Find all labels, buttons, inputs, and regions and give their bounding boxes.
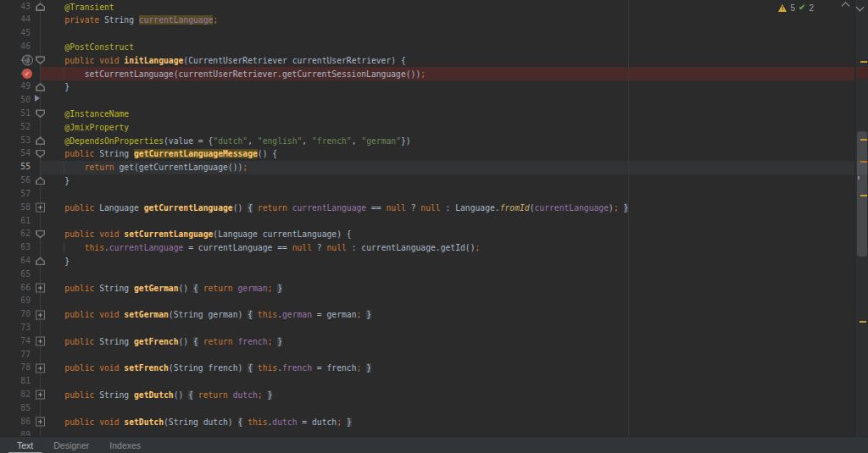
line-number[interactable]: 63: [0, 242, 31, 251]
line-number[interactable]: 65: [0, 269, 31, 279]
folded-region-icon[interactable]: [36, 310, 45, 319]
inspections-widget[interactable]: 5 ✔ 2: [778, 3, 814, 13]
line-number[interactable]: 58: [0, 202, 31, 212]
code-line-54[interactable]: 54 public String getCurrentLanguageMessa…: [0, 147, 868, 161]
line-number[interactable]: 77: [0, 350, 31, 359]
tab-text[interactable]: Text: [7, 437, 43, 453]
code-line-65[interactable]: 65: [0, 268, 868, 281]
code-line-73[interactable]: 73: [0, 322, 868, 335]
line-number[interactable]: 86: [0, 417, 31, 426]
line-number[interactable]: 44: [0, 14, 31, 24]
code-line-51[interactable]: 51 @InstanceName: [0, 108, 868, 121]
code-line-74[interactable]: 74 public String getFrench() { return fr…: [0, 334, 868, 348]
code-line-45[interactable]: 45: [0, 27, 868, 41]
line-number[interactable]: 64: [0, 256, 31, 265]
code-line-53[interactable]: 53 @DependsOnProperties(value = {"dutch"…: [0, 134, 868, 147]
error-stripe-scrollbar[interactable]: [854, 0, 868, 436]
code-line-78[interactable]: 78 public void setFrench(String french) …: [0, 362, 868, 375]
line-number[interactable]: 43: [0, 2, 31, 11]
code-line-58[interactable]: 58 public Language getCurrentLanguage() …: [0, 201, 868, 214]
tab-designer[interactable]: Designer: [43, 437, 99, 453]
line-number[interactable]: 49: [0, 81, 31, 91]
scrollbar-thumb[interactable]: [857, 131, 867, 257]
line-number[interactable]: 46: [0, 41, 31, 51]
folded-region-icon[interactable]: [36, 203, 45, 213]
fold-end-icon[interactable]: [36, 3, 45, 11]
stripe-warning-mark[interactable]: [858, 176, 860, 180]
line-number[interactable]: 54: [0, 148, 31, 157]
tab-indexes[interactable]: Indexes: [99, 437, 151, 453]
code-line-50[interactable]: 50: [0, 94, 868, 108]
fold-start-icon[interactable]: [36, 230, 45, 239]
code-line-56[interactable]: 56 }: [0, 174, 868, 188]
folded-region-icon[interactable]: [36, 390, 45, 400]
code-line-55[interactable]: 55 return get(getCurrentLanguage());: [0, 161, 868, 174]
fold-end-icon[interactable]: [36, 136, 45, 145]
code-line-44[interactable]: 44 private String currentLanguage;: [0, 14, 868, 27]
code-line-48[interactable]: 48✓ setCurrentLanguage(currentUserRetrie…: [0, 67, 868, 80]
code-line-64[interactable]: 64 }: [0, 254, 868, 268]
code-line-43[interactable]: 43 @Transient: [0, 0, 868, 14]
line-number[interactable]: 78: [0, 362, 31, 372]
fold-end-icon[interactable]: [36, 176, 45, 185]
breakpoint-icon[interactable]: ✓: [22, 69, 32, 79]
line-number[interactable]: 74: [0, 336, 31, 345]
code-line-86[interactable]: 86 public void setDutch(String dutch) { …: [0, 415, 868, 428]
line-number[interactable]: 53: [0, 135, 31, 145]
line-number[interactable]: 69: [0, 296, 31, 305]
code-text: public void setGerman(String german) { t…: [45, 309, 371, 320]
folded-region-icon[interactable]: [36, 283, 45, 292]
folded-region-icon[interactable]: [36, 337, 45, 346]
line-number[interactable]: 57: [0, 189, 31, 198]
line-number[interactable]: 73: [0, 323, 31, 332]
fold-start-icon[interactable]: [36, 109, 45, 118]
code-line-52[interactable]: 52 @JmixProperty: [0, 120, 868, 134]
code-line-69[interactable]: 69: [0, 295, 868, 308]
line-number[interactable]: 45: [0, 28, 31, 37]
folded-region-icon[interactable]: [36, 363, 45, 373]
code-line-62[interactable]: 62 public void setCurrentLanguage(Langua…: [0, 228, 868, 241]
inspection-navigation: [843, 4, 863, 10]
fold-start-icon[interactable]: [36, 150, 45, 158]
line-number[interactable]: 52: [0, 122, 31, 131]
line-number[interactable]: 61: [0, 216, 31, 225]
stripe-warning-mark[interactable]: [860, 139, 867, 141]
fold-end-icon[interactable]: [36, 257, 45, 265]
line-number[interactable]: 62: [0, 229, 31, 238]
annotation-gutter-icon[interactable]: @: [22, 55, 33, 66]
code-line-89[interactable]: 89: [0, 428, 868, 436]
code-line-47[interactable]: 47@ public void initLanguage(CurrentUser…: [0, 53, 868, 67]
fold-start-icon[interactable]: [36, 56, 45, 64]
code-line-49[interactable]: 49 }: [0, 80, 868, 94]
warning-triangle-icon: [778, 4, 787, 12]
code-line-66[interactable]: 66 public String getGerman() { return ge…: [0, 281, 868, 295]
line-number[interactable]: 50: [0, 95, 31, 104]
stripe-warning-mark[interactable]: [860, 195, 867, 196]
code-line-70[interactable]: 70 public void setGerman(String german) …: [0, 308, 868, 322]
code-line-82[interactable]: 82 public String getDutch() { return dut…: [0, 389, 868, 402]
line-number[interactable]: 66: [0, 283, 31, 292]
line-number[interactable]: 55: [0, 162, 31, 171]
stripe-warning-mark[interactable]: [860, 161, 867, 163]
code-line-81[interactable]: 81: [0, 375, 868, 389]
line-number[interactable]: 51: [0, 108, 31, 118]
code-editor[interactable]: 43 @Transient44 private String currentLa…: [0, 0, 868, 436]
stripe-warning-mark[interactable]: [860, 321, 866, 323]
code-line-85[interactable]: 85: [0, 401, 868, 415]
ok-count: 2: [809, 3, 814, 13]
code-line-57[interactable]: 57: [0, 187, 868, 201]
line-number[interactable]: 89: [0, 430, 31, 437]
fold-end-icon[interactable]: [36, 83, 45, 91]
line-number[interactable]: 85: [0, 403, 31, 412]
folded-region-icon[interactable]: [36, 417, 45, 427]
line-number[interactable]: 81: [0, 376, 31, 385]
code-line-46[interactable]: 46 @PostConstruct: [0, 40, 868, 53]
chevron-down-icon[interactable]: [856, 3, 865, 12]
stripe-warning-mark[interactable]: [860, 61, 867, 63]
line-number[interactable]: 56: [0, 175, 31, 185]
line-number[interactable]: 70: [0, 309, 31, 318]
code-line-63[interactable]: 63 this.currentLanguage = currentLanguag…: [0, 241, 868, 255]
code-line-61[interactable]: 61: [0, 214, 868, 228]
line-number[interactable]: 82: [0, 389, 31, 399]
code-line-77[interactable]: 77: [0, 348, 868, 362]
